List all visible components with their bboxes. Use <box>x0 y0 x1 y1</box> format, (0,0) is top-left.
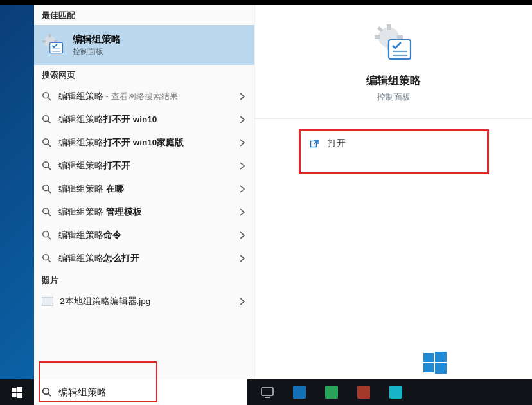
best-match-item[interactable]: 编辑组策略 控制面板 <box>34 25 254 65</box>
web-search-label: 编辑组策略打不开 win10 <box>58 114 231 125</box>
gear-icon <box>373 23 414 64</box>
gear-icon <box>42 33 65 57</box>
web-search-label: 编辑组策略打不开 <box>58 160 231 172</box>
app-icon <box>325 386 338 399</box>
svg-line-19 <box>48 213 51 216</box>
app-icon <box>357 386 370 399</box>
pinned-app-3[interactable] <box>349 379 378 405</box>
pinned-app-2[interactable] <box>317 379 346 405</box>
web-search-label: 编辑组策略命令 <box>58 230 231 241</box>
svg-rect-28 <box>397 35 403 39</box>
svg-rect-41 <box>12 393 17 397</box>
watermark-url: www.win10xitong.com <box>454 366 520 374</box>
svg-rect-45 <box>262 388 273 395</box>
app-icon <box>389 386 402 399</box>
svg-line-21 <box>48 237 51 239</box>
results-list: 最佳匹配 编辑组策略 控制面板 搜索网页 编辑组策略 - <box>34 5 255 379</box>
svg-line-44 <box>48 393 51 396</box>
search-input[interactable] <box>58 387 240 397</box>
task-view-button[interactable] <box>253 379 282 405</box>
web-search-item[interactable]: 编辑组策略怎么打开 <box>34 247 254 270</box>
detail-category: 控制面板 <box>377 92 411 103</box>
pinned-app-4[interactable] <box>381 379 411 405</box>
app-icon <box>293 386 306 399</box>
photo-item[interactable]: 2本地组策略编辑器.jpg <box>34 290 254 313</box>
section-best-match: 最佳匹配 <box>34 5 254 25</box>
chevron-right-icon <box>238 138 247 147</box>
start-button[interactable] <box>0 379 34 405</box>
search-icon <box>42 161 52 171</box>
task-view-icon <box>261 386 274 399</box>
web-search-item[interactable]: 编辑组策略打不开 <box>34 154 254 177</box>
svg-point-22 <box>43 255 49 260</box>
svg-point-14 <box>43 162 49 168</box>
web-search-item[interactable]: 编辑组策略 在哪 <box>34 177 254 201</box>
svg-point-16 <box>43 185 49 191</box>
svg-rect-48 <box>325 386 338 399</box>
taskbar <box>0 379 532 405</box>
svg-rect-35 <box>423 353 434 362</box>
chevron-right-icon <box>238 254 247 263</box>
chevron-right-icon <box>238 297 247 306</box>
svg-line-17 <box>48 190 51 193</box>
chevron-right-icon <box>238 92 247 101</box>
search-icon <box>42 184 52 194</box>
web-search-label: 编辑组策略怎么打开 <box>58 253 231 264</box>
open-icon <box>310 139 320 149</box>
web-search-item[interactable]: 编辑组策略 - 查看网络搜索结果 <box>34 85 254 108</box>
svg-rect-49 <box>357 386 370 399</box>
search-icon <box>42 207 52 217</box>
image-thumb-icon <box>42 297 53 306</box>
svg-rect-40 <box>17 387 23 392</box>
svg-rect-39 <box>12 387 17 392</box>
svg-point-10 <box>43 116 49 122</box>
svg-rect-34 <box>310 141 316 147</box>
chevron-right-icon <box>238 161 247 170</box>
search-icon <box>42 387 52 397</box>
best-match-title: 编辑组策略 <box>73 33 121 46</box>
taskbar-apps <box>247 379 532 405</box>
web-search-label: 编辑组策略 - 查看网络搜索结果 <box>58 91 231 102</box>
svg-rect-36 <box>435 352 447 362</box>
svg-rect-50 <box>389 386 402 399</box>
web-search-item[interactable]: 编辑组策略 管理模板 <box>34 201 254 224</box>
svg-point-20 <box>43 231 49 237</box>
svg-point-8 <box>43 93 49 98</box>
svg-line-11 <box>48 121 51 123</box>
chevron-right-icon <box>238 231 247 240</box>
web-search-item[interactable]: 编辑组策略打不开 win10家庭版 <box>34 131 254 154</box>
web-search-label: 编辑组策略 在哪 <box>58 183 231 195</box>
chevron-right-icon <box>238 208 247 217</box>
svg-rect-3 <box>42 40 46 43</box>
svg-point-18 <box>43 208 49 214</box>
svg-rect-42 <box>17 393 23 398</box>
svg-line-13 <box>48 144 51 147</box>
windows-logo-icon <box>423 351 447 374</box>
divider <box>255 118 532 119</box>
result-detail-pane: 编辑组策略 控制面板 打开 <box>255 5 532 379</box>
section-web: 搜索网页 <box>34 65 254 85</box>
search-icon <box>42 253 52 264</box>
windows-logo-icon <box>12 387 22 398</box>
search-icon <box>42 114 52 125</box>
svg-rect-37 <box>423 363 434 372</box>
web-search-item[interactable]: 编辑组策略命令 <box>34 224 254 247</box>
chevron-right-icon <box>238 184 247 194</box>
chevron-right-icon <box>238 115 247 124</box>
taskbar-search[interactable] <box>34 379 247 405</box>
action-open[interactable]: 打开 <box>299 129 489 174</box>
web-search-item[interactable]: 编辑组策略打不开 win10 <box>34 108 254 131</box>
search-icon <box>42 138 52 148</box>
watermark: Win10之家 www.win10xitong.com <box>423 351 520 374</box>
section-photos: 照片 <box>34 270 254 290</box>
window-top-border <box>0 0 532 5</box>
pinned-app-1[interactable] <box>285 379 314 405</box>
svg-line-15 <box>48 167 51 170</box>
best-match-text: 编辑组策略 控制面板 <box>73 33 121 57</box>
watermark-title: Win10之家 <box>454 351 520 366</box>
detail-hero: 编辑组策略 控制面板 <box>366 23 421 103</box>
svg-rect-47 <box>293 386 306 399</box>
best-match-subtitle: 控制面板 <box>73 47 121 57</box>
search-icon <box>42 230 52 240</box>
svg-rect-27 <box>375 35 380 39</box>
